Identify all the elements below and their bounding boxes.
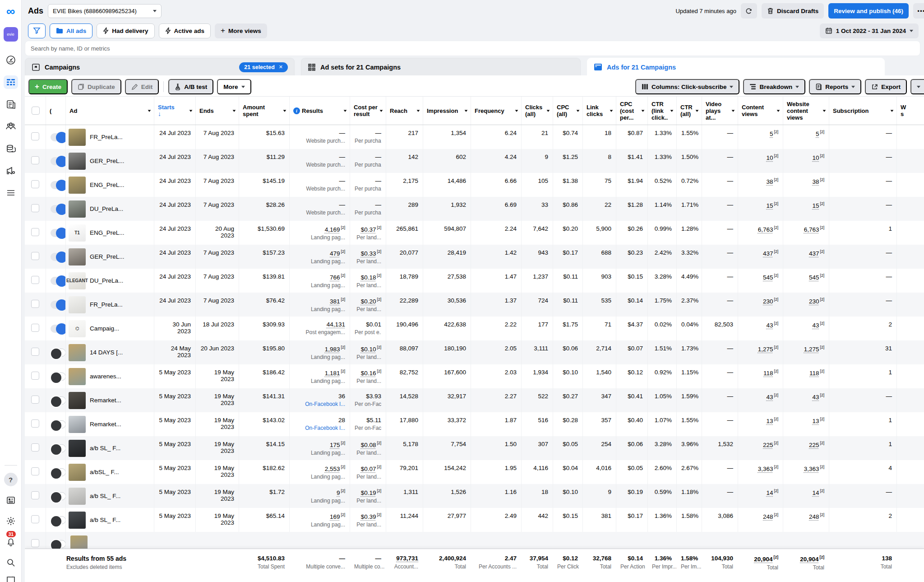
column-header-impressions[interactable]: Impression	[423, 97, 471, 125]
row-checkbox[interactable]	[25, 460, 46, 484]
content-views-cell[interactable]: 10[2]	[738, 149, 783, 173]
help-icon[interactable]: ?	[4, 473, 18, 486]
ad-name[interactable]: ENG_PreL...	[90, 182, 125, 188]
results-cell[interactable]: 2,553[2] Landing pag...	[289, 460, 350, 484]
campaigns-icon[interactable]	[4, 75, 18, 89]
cost-per-result-cell[interactable]: $0.07[2] Per land...	[350, 460, 386, 484]
results-cell[interactable]: 36 On-Facebook l...	[289, 388, 350, 412]
column-header-subscription[interactable]: Subscription	[829, 97, 896, 125]
cost-per-result-cell[interactable]: $0.39[2] Per land...	[350, 508, 386, 532]
website-content-views-cell[interactable]: 545[2]	[783, 269, 829, 293]
ad-status-toggle[interactable]	[46, 460, 65, 484]
search-input[interactable]	[31, 45, 915, 52]
ad-cell[interactable]: awarenes...	[65, 364, 154, 388]
ab-test-button[interactable]: A/B test	[168, 79, 213, 94]
row-checkbox[interactable]	[25, 412, 46, 436]
date-range-picker[interactable]: 1 Oct 2022 - 31 Jan 2024	[820, 23, 919, 38]
website-content-views-cell[interactable]: 10[2]	[783, 149, 829, 173]
ad-name[interactable]: GER_PreL...	[90, 253, 125, 260]
row-checkbox[interactable]	[25, 317, 46, 340]
column-header-ad[interactable]: Ad	[65, 97, 154, 125]
view-all-ads[interactable]: All ads	[50, 23, 92, 38]
column-header-cpc_all[interactable]: CPC (all)	[553, 97, 582, 125]
ad-cell[interactable]: ENG_PreL...	[65, 173, 154, 197]
website-content-views-cell[interactable]: 225[2]	[783, 436, 829, 460]
content-views-cell[interactable]: 225[2]	[738, 436, 783, 460]
ad-name[interactable]: Campaig...	[90, 325, 119, 332]
create-button[interactable]: + Create	[28, 79, 68, 94]
column-header-clipped[interactable]: W s	[896, 97, 909, 125]
column-header-results[interactable]: iResults	[289, 97, 350, 125]
ad-status-toggle[interactable]	[46, 317, 65, 340]
results-cell[interactable]: — Website purch...	[289, 197, 350, 221]
column-header-cost_per[interactable]: Cost per result	[350, 97, 386, 125]
results-cell[interactable]: 169[2] Landing pag...	[289, 508, 350, 532]
info-icon[interactable]: i	[293, 107, 300, 114]
ad-status-toggle[interactable]	[46, 508, 65, 532]
ad-name[interactable]: FR_PreLa...	[90, 301, 123, 308]
content-views-cell[interactable]: 545[2]	[738, 269, 783, 293]
ad-name[interactable]: a/bSL_ F...	[90, 469, 119, 475]
briefcase-icon-partial[interactable]	[4, 577, 18, 582]
cost-per-result-cell[interactable]: $0.37[2] Per land...	[350, 221, 386, 245]
ad-cell[interactable]: ⌬ Campaig...	[65, 317, 154, 340]
results-cell[interactable]: 1,983[2] Landing pag...	[289, 340, 350, 364]
cost-per-result-cell[interactable]: $0.01 Per post e...	[350, 317, 386, 340]
export-button[interactable]: Export	[865, 79, 907, 94]
ad-name[interactable]: a/b SL_ F...	[90, 445, 120, 452]
ad-cell[interactable]: a/b SL_ F...	[65, 508, 154, 532]
ad-status-toggle[interactable]	[46, 221, 65, 245]
cost-per-result-cell[interactable]: $0.10[2] Per land...	[350, 340, 386, 364]
website-content-views-cell[interactable]: 437[2]	[783, 245, 829, 269]
cost-per-result-cell[interactable]: — Per purcha...	[350, 197, 386, 221]
pages-icon[interactable]	[4, 98, 18, 111]
column-header-toggle[interactable]: (	[46, 97, 65, 125]
results-cell[interactable]: 28 On-Facebook l...	[289, 412, 350, 436]
select-all-checkbox[interactable]	[25, 97, 46, 125]
cost-per-result-cell[interactable]: $0.33[2] Per land...	[350, 245, 386, 269]
cost-per-result-cell[interactable]: $0.18[2] Per land...	[350, 269, 386, 293]
content-views-cell[interactable]: 3,363[2]	[738, 460, 783, 484]
row-checkbox[interactable]	[25, 364, 46, 388]
ad-name[interactable]: DU_PreLa...	[90, 277, 123, 284]
column-header-link_clicks[interactable]: Link clicks	[582, 97, 616, 125]
column-header-reach[interactable]: Reach	[386, 97, 423, 125]
search-icon[interactable]	[4, 556, 18, 569]
website-content-views-cell[interactable]: 13[2]	[783, 412, 829, 436]
content-views-cell[interactable]: 43[2]	[738, 388, 783, 412]
cost-per-result-cell[interactable]: $0.20[2] Per land...	[350, 293, 386, 317]
column-header-video_plays[interactable]: Video plays at...	[702, 97, 738, 125]
row-checkbox[interactable]	[25, 293, 46, 317]
cost-per-result-cell[interactable]: — Per purcha...	[350, 149, 386, 173]
row-checkbox[interactable]	[25, 245, 46, 269]
row-checkbox[interactable]	[25, 125, 46, 149]
results-cell[interactable]: 175[2] Landing pag...	[289, 436, 350, 460]
close-icon[interactable]: ✕	[279, 64, 283, 70]
ad-cell[interactable]: Remarket...	[65, 412, 154, 436]
content-views-cell[interactable]: 437[2]	[738, 245, 783, 269]
review-and-publish-button[interactable]: Review and publish (46)	[828, 3, 909, 19]
cost-per-result-cell[interactable]: $0.16[2] Per land...	[350, 364, 386, 388]
search-bar[interactable]	[25, 41, 920, 56]
filters-button[interactable]	[28, 23, 46, 38]
column-header-website_views[interactable]: Website content views	[783, 97, 829, 125]
column-header-amount[interactable]: Amount spent	[239, 97, 289, 125]
results-cell[interactable]: 44,131 Post engagem...	[289, 317, 350, 340]
column-header-clicks[interactable]: Clicks (all)	[521, 97, 553, 125]
cost-per-result-cell[interactable]: — Per purcha...	[350, 173, 386, 197]
row-checkbox[interactable]	[25, 197, 46, 221]
results-cell[interactable]: 1,181[2] Landing pag...	[289, 364, 350, 388]
view-had-delivery[interactable]: Had delivery	[97, 23, 154, 38]
settings-gear-icon[interactable]	[4, 514, 18, 528]
row-checkbox[interactable]	[25, 149, 46, 173]
ad-name[interactable]: Remarket...	[90, 421, 121, 428]
more-views-button[interactable]: + More views	[215, 23, 267, 38]
column-header-ctr_link[interactable]: CTR (link click...	[647, 97, 676, 125]
ad-status-toggle[interactable]	[46, 293, 65, 317]
website-content-views-cell[interactable]: 5[2]	[783, 125, 829, 149]
content-views-cell[interactable]: 230[2]	[738, 293, 783, 317]
results-cell[interactable]: — Website purch...	[289, 173, 350, 197]
content-views-cell[interactable]: 118[2]	[738, 364, 783, 388]
website-content-views-cell[interactable]: 118[2]	[783, 364, 829, 388]
view-active-ads[interactable]: Active ads	[159, 23, 211, 38]
